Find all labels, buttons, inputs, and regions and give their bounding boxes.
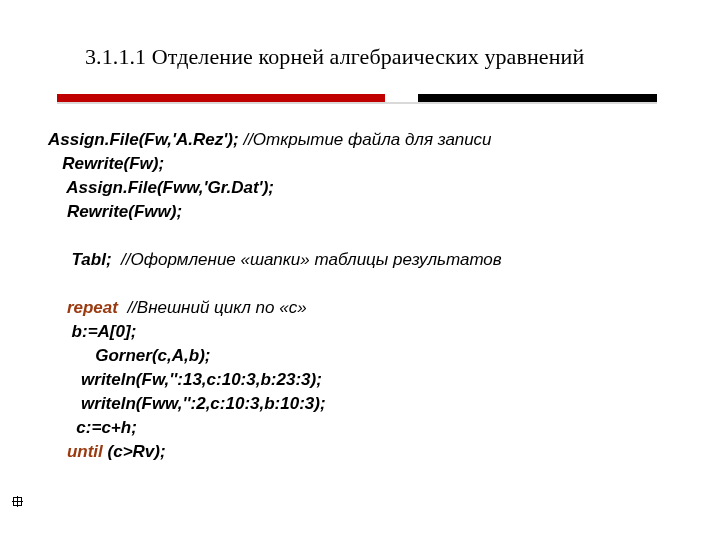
code-line: Assign.File(Fw,'A.Rez'); //Открытие файл… xyxy=(48,128,672,152)
code-line: repeat //Внешний цикл по «c» xyxy=(48,296,672,320)
rule-red-segment xyxy=(57,94,385,102)
code-block: Assign.File(Fw,'A.Rez'); //Открытие файл… xyxy=(48,128,672,464)
code-line: Rewrite(Fw); xyxy=(48,152,672,176)
code-text: Assign.File(Fw,'A.Rez'); xyxy=(48,130,243,149)
code-line: b:=A[0]; xyxy=(48,320,672,344)
code-indent xyxy=(48,298,67,317)
code-blank xyxy=(48,224,672,248)
code-line: c:=c+h; xyxy=(48,416,672,440)
rule-gap-segment xyxy=(385,94,418,102)
code-text: (c>Rv); xyxy=(103,442,166,461)
code-line: Tabl; //Оформление «шапки» таблицы резул… xyxy=(48,248,672,272)
code-line: Rewrite(Fww); xyxy=(48,200,672,224)
code-blank xyxy=(48,272,672,296)
code-line: Assign.File(Fww,'Gr.Dat'); xyxy=(48,176,672,200)
rule-black-segment xyxy=(418,94,657,102)
rule-shadow xyxy=(57,102,657,104)
code-comment: //Оформление «шапки» таблицы результатов xyxy=(121,250,502,269)
code-comment: //Открытие файла для записи xyxy=(243,130,491,149)
title-rule xyxy=(57,94,657,102)
corner-glyph-icon xyxy=(12,496,21,505)
slide: 3.1.1.1 Отделение корней алгебраических … xyxy=(0,0,720,540)
code-line: writeln(Fw,'':13,c:10:3,b:23:3); xyxy=(48,368,672,392)
code-line: until (c>Rv); xyxy=(48,440,672,464)
keyword-repeat: repeat xyxy=(67,298,118,317)
code-line: writeln(Fww,'':2,c:10:3,b:10:3); xyxy=(48,392,672,416)
section-title: 3.1.1.1 Отделение корней алгебраических … xyxy=(85,44,660,70)
code-comment: //Внешний цикл по «c» xyxy=(118,298,307,317)
code-line: Gorner(c,A,b); xyxy=(48,344,672,368)
keyword-until: until xyxy=(67,442,103,461)
code-text: Tabl; xyxy=(48,250,121,269)
code-indent xyxy=(48,442,67,461)
